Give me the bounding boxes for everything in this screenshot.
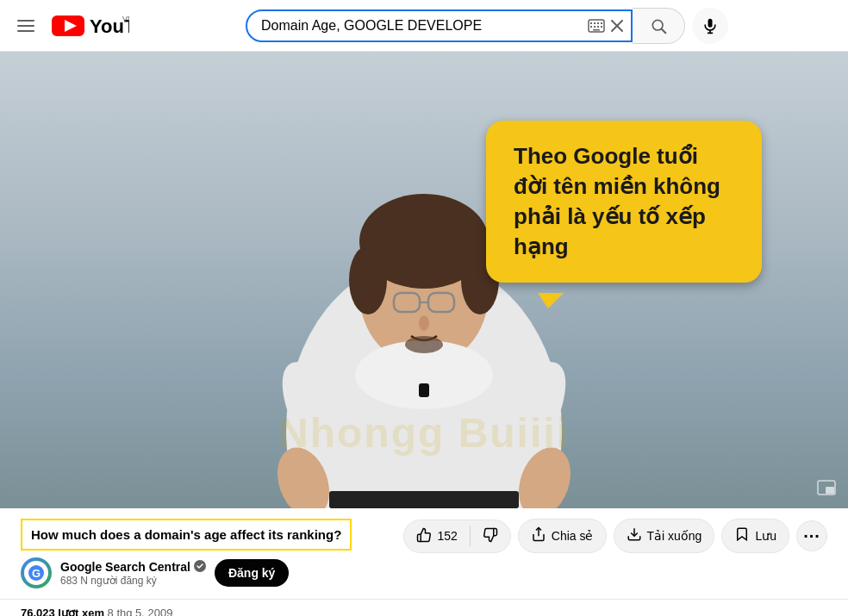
- like-icon: [416, 527, 432, 545]
- mic-button[interactable]: [692, 8, 728, 44]
- svg-point-36: [405, 336, 443, 353]
- more-options-button[interactable]: ···: [796, 520, 827, 551]
- channel-avatar[interactable]: G: [21, 557, 52, 588]
- video-title-border: How much does a domain's age affect its …: [21, 519, 352, 551]
- svg-point-25: [349, 246, 387, 314]
- svg-rect-11: [597, 26, 599, 28]
- keyboard-icon[interactable]: [588, 19, 605, 33]
- verified-icon: [194, 560, 206, 575]
- svg-rect-6: [594, 22, 595, 24]
- more-options-icon: ···: [803, 526, 820, 546]
- search-clear-area: [581, 11, 631, 40]
- like-count: 152: [437, 529, 457, 543]
- mic-icon: [701, 17, 719, 34]
- dislike-button[interactable]: [471, 520, 510, 552]
- channel-avatar-inner: G: [24, 561, 48, 585]
- share-icon: [531, 526, 546, 545]
- svg-rect-12: [601, 26, 602, 28]
- channel-info: Google Search Central 683 N người đăng k…: [60, 560, 206, 587]
- search-input-container: [246, 9, 633, 42]
- svg-rect-18: [708, 18, 713, 27]
- svg-text:G: G: [32, 567, 41, 580]
- svg-rect-38: [329, 491, 519, 508]
- download-button[interactable]: Tải xuống: [614, 519, 715, 553]
- miniplayer-icon[interactable]: [817, 480, 836, 500]
- dislike-icon: [483, 527, 498, 545]
- download-label: Tải xuống: [647, 529, 702, 543]
- svg-line-17: [662, 28, 666, 33]
- search-button[interactable]: [633, 8, 685, 44]
- subscribe-button[interactable]: Đăng ký: [215, 559, 289, 587]
- search-form: [246, 8, 728, 44]
- video-container: Nhongg Buiiii Theo Google tuổi đời tên m…: [0, 52, 848, 508]
- svg-rect-40: [826, 487, 834, 494]
- svg-rect-10: [594, 26, 595, 28]
- save-icon: [734, 526, 750, 545]
- youtube-logo-icon: YouTube VN: [52, 10, 129, 41]
- view-count: 76.023 lượt xem: [21, 607, 104, 616]
- video-frame[interactable]: Nhongg Buiiii Theo Google tuổi đời tên m…: [0, 52, 848, 508]
- upload-date: 8 thg 5, 2009: [108, 607, 173, 616]
- subscriber-count: 683 N người đăng ký: [60, 575, 206, 587]
- svg-rect-37: [419, 383, 429, 397]
- video-meta: 76.023 lượt xem 8 thg 5, 2009 JZ from Oh…: [0, 600, 848, 616]
- channel-row: G Google Search Central: [21, 557, 352, 588]
- menu-button[interactable]: [14, 16, 38, 35]
- action-buttons: 152: [403, 519, 827, 553]
- like-button[interactable]: 152: [404, 520, 469, 552]
- video-meta-text: 76.023 lượt xem 8 thg 5, 2009: [21, 607, 172, 616]
- svg-rect-13: [593, 29, 600, 31]
- search-bar: [246, 8, 728, 44]
- channel-name[interactable]: Google Search Central: [60, 560, 190, 574]
- svg-point-35: [419, 315, 429, 331]
- video-info: How much does a domain's age affect its …: [0, 508, 848, 600]
- title-channel-block: How much does a domain's age affect its …: [21, 519, 352, 588]
- clear-icon[interactable]: [610, 19, 624, 33]
- download-icon: [627, 526, 642, 545]
- svg-text:VN: VN: [122, 15, 129, 23]
- speech-bubble: Theo Google tuổi đời tên miền không phải…: [486, 121, 762, 283]
- channel-name-row: Google Search Central: [60, 560, 206, 575]
- youtube-logo[interactable]: YouTube VN: [52, 10, 129, 41]
- header-left: YouTube VN: [14, 10, 129, 41]
- header: YouTube VN: [0, 0, 848, 52]
- svg-rect-7: [597, 22, 599, 24]
- speech-bubble-text: Theo Google tuổi đời tên miền không phải…: [514, 143, 720, 259]
- share-label: Chia sẻ: [552, 529, 594, 543]
- save-label: Lưu: [755, 529, 776, 543]
- share-button[interactable]: Chia sẻ: [518, 519, 607, 553]
- svg-rect-5: [590, 22, 592, 24]
- svg-rect-9: [590, 26, 592, 28]
- video-title: How much does a domain's age affect its …: [31, 527, 341, 542]
- like-dislike-group: 152: [403, 520, 510, 553]
- search-input[interactable]: [247, 11, 581, 40]
- video-title-row: How much does a domain's age affect its …: [21, 519, 827, 588]
- svg-rect-8: [601, 22, 602, 24]
- save-button[interactable]: Lưu: [721, 519, 789, 553]
- search-icon: [650, 17, 667, 34]
